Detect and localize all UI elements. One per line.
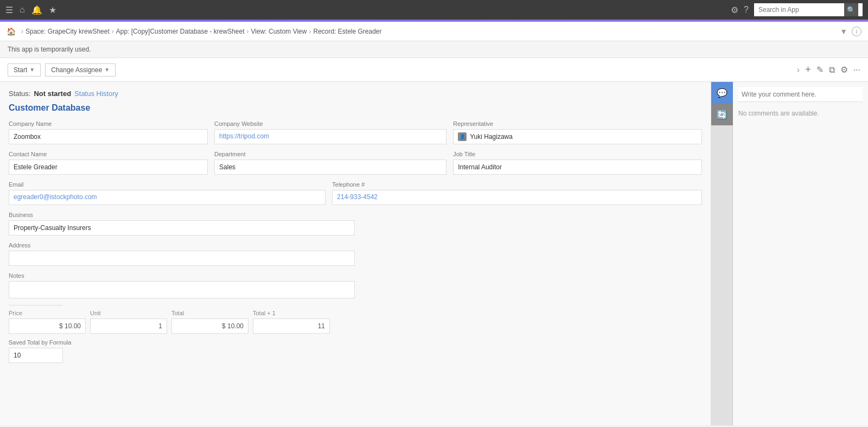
menu-icon[interactable]: ☰: [5, 5, 13, 15]
address-input[interactable]: [9, 251, 355, 266]
change-assignee-label: Change Assignee: [51, 66, 102, 74]
help-icon[interactable]: ?: [744, 5, 749, 15]
telephone-label: Telephone #: [332, 181, 702, 188]
star-icon[interactable]: ★: [49, 5, 56, 15]
saved-total-input[interactable]: [9, 348, 63, 363]
search-input[interactable]: [758, 6, 844, 14]
sidebar-content-area: 💬 🔄 No comments are available.: [711, 82, 868, 425]
company-name-input[interactable]: [9, 129, 208, 144]
rep-avatar: 👤: [458, 132, 467, 141]
main-area: Status: Not started Status History Custo…: [0, 82, 868, 425]
total-header: Total: [171, 310, 253, 316]
price-table-row: [9, 318, 702, 334]
job-title-input[interactable]: [453, 160, 702, 175]
toolbar-nav-prev[interactable]: ›: [797, 65, 800, 75]
breadcrumb-view[interactable]: View: Custom View: [251, 28, 307, 35]
job-title-label: Job Title: [453, 151, 702, 157]
email-label: Email: [9, 181, 326, 188]
info-bar: This app is temporarily used.: [0, 41, 868, 58]
price-header: Price: [9, 310, 90, 316]
change-assignee-dropdown-arrow: ▼: [104, 67, 110, 73]
representative-field[interactable]: 👤 Yuki Hagizawa: [453, 129, 702, 144]
sidebar-tab-comment[interactable]: 💬: [711, 82, 733, 104]
company-website-value[interactable]: https://tripod.com: [214, 129, 446, 144]
company-website-group: Company Website https://tripod.com: [214, 120, 446, 144]
price-table-header: Price Unit Total Total + 1: [9, 310, 702, 316]
business-input[interactable]: [9, 220, 355, 235]
breadcrumb-action-info[interactable]: i: [852, 27, 861, 36]
start-button[interactable]: Start ▼: [8, 63, 41, 77]
breadcrumb-sep-0: ›: [21, 28, 23, 35]
email-value[interactable]: egreader0@istockphoto.com: [9, 190, 326, 205]
total-plus-1-input[interactable]: [253, 318, 330, 334]
breadcrumb-sep-3: ›: [309, 28, 311, 35]
status-history-link[interactable]: Status History: [74, 90, 118, 98]
notes-group: Notes: [9, 272, 355, 298]
right-sidebar: 💬 🔄 No comments are available.: [711, 82, 868, 425]
price-table: Price Unit Total Total + 1: [9, 310, 702, 334]
breadcrumb-sep-2: ›: [247, 28, 249, 35]
bell-icon[interactable]: 🔔: [31, 5, 42, 15]
form-row-6: Notes: [9, 272, 702, 298]
telephone-group: Telephone # 214-933-4542: [332, 181, 702, 205]
search-container: 🔍: [754, 3, 863, 16]
status-value: Not started: [34, 90, 71, 98]
form-row-4: Business: [9, 212, 702, 235]
form-title: Customer Database: [9, 103, 702, 113]
info-message: This app is temporarily used.: [8, 46, 91, 53]
search-button[interactable]: 🔍: [844, 3, 858, 16]
form-area: Status: Not started Status History Custo…: [0, 82, 711, 425]
breadcrumb-action-filter[interactable]: ▼: [840, 27, 847, 36]
address-group: Address: [9, 242, 355, 266]
start-label: Start: [14, 66, 27, 74]
change-assignee-button[interactable]: Change Assignee ▼: [45, 63, 116, 77]
unit-input[interactable]: [90, 318, 167, 334]
sidebar-tab-history[interactable]: 🔄: [711, 104, 733, 125]
representative-group: Representative 👤 Yuki Hagizawa: [453, 120, 702, 144]
email-group: Email egreader0@istockphoto.com: [9, 181, 326, 205]
business-label: Business: [9, 212, 355, 218]
toolbar-add-icon[interactable]: +: [805, 64, 811, 75]
department-group: Department: [214, 151, 446, 175]
contact-name-group: Contact Name: [9, 151, 208, 175]
contact-name-label: Contact Name: [9, 151, 208, 157]
department-label: Department: [214, 151, 446, 157]
toolbar-more-icon[interactable]: ···: [853, 65, 860, 75]
top-nav: ☰ ⌂ 🔔 ★ ⚙ ? 🔍: [0, 0, 868, 20]
no-comments-text: No comments are available.: [738, 107, 863, 119]
total-input[interactable]: [171, 318, 248, 334]
department-input[interactable]: [214, 160, 446, 175]
form-row-3: Email egreader0@istockphoto.com Telephon…: [9, 181, 702, 205]
toolbar-edit-icon[interactable]: ✎: [816, 65, 824, 75]
notes-input[interactable]: [9, 281, 355, 298]
breadcrumb-record[interactable]: Record: Estele Greader: [313, 28, 381, 35]
form-row-2: Contact Name Department Job Title: [9, 151, 702, 175]
breadcrumb: 🏠 › Space: GrapeCity krewSheet › App: [C…: [0, 22, 868, 41]
toolbar-settings-icon[interactable]: ⚙: [840, 65, 848, 75]
gear-icon[interactable]: ⚙: [731, 5, 738, 15]
breadcrumb-app[interactable]: App: [Copy]Customer Database - krewSheet: [116, 28, 245, 35]
section-divider: [9, 305, 63, 305]
job-title-group: Job Title: [453, 151, 702, 175]
representative-label: Representative: [453, 120, 702, 127]
sidebar-tabs: 💬 🔄: [711, 82, 733, 425]
comment-input[interactable]: [738, 87, 863, 102]
toolbar-copy-icon[interactable]: ⧉: [829, 65, 835, 75]
company-name-label: Company Name: [9, 120, 208, 127]
status-label: Status:: [9, 90, 30, 98]
home-icon[interactable]: ⌂: [20, 5, 25, 15]
telephone-value[interactable]: 214-933-4542: [332, 190, 702, 205]
sidebar-main: No comments are available.: [733, 82, 868, 425]
toolbar: Start ▼ Change Assignee ▼ › + ✎ ⧉ ⚙ ···: [0, 58, 868, 82]
business-group: Business: [9, 212, 355, 235]
breadcrumb-sep-1: ›: [112, 28, 114, 35]
breadcrumb-space[interactable]: Space: GrapeCity krewSheet: [25, 28, 110, 35]
company-website-label: Company Website: [214, 120, 446, 127]
price-input[interactable]: [9, 318, 86, 334]
notes-label: Notes: [9, 272, 355, 279]
contact-name-input[interactable]: [9, 160, 208, 175]
unit-header: Unit: [90, 310, 171, 316]
company-name-group: Company Name: [9, 120, 208, 144]
home-breadcrumb-icon[interactable]: 🏠: [7, 27, 16, 36]
representative-value: Yuki Hagizawa: [470, 133, 513, 141]
